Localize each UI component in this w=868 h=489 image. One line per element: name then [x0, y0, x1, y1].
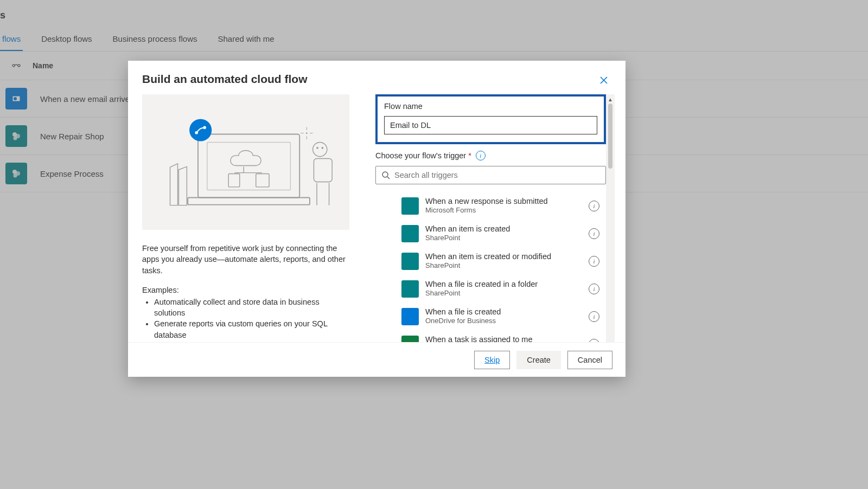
- sharepoint-icon: [401, 253, 419, 270]
- cancel-button[interactable]: Cancel: [567, 351, 612, 369]
- scroll-up-arrow-icon[interactable]: ▲: [608, 96, 613, 102]
- scrollbar[interactable]: ▲: [606, 94, 615, 342]
- svg-point-24: [316, 147, 318, 149]
- search-icon: [381, 171, 390, 179]
- flow-name-field-highlight: Flow name: [375, 94, 606, 144]
- svg-point-25: [322, 147, 324, 149]
- forms-icon: [401, 197, 419, 215]
- trigger-connector: SharePoint: [425, 234, 510, 243]
- svg-line-34: [387, 177, 390, 179]
- close-button[interactable]: [596, 73, 611, 88]
- planner-icon: [401, 336, 419, 342]
- svg-point-23: [313, 142, 327, 156]
- create-flow-modal: Build an automated cloud flow: [128, 61, 626, 377]
- svg-point-28: [306, 132, 308, 134]
- trigger-item[interactable]: When a file is created OneDrive for Busi…: [375, 303, 604, 330]
- trigger-connector: SharePoint: [425, 261, 551, 271]
- info-icon[interactable]: i: [589, 201, 599, 211]
- info-icon[interactable]: i: [589, 311, 599, 322]
- trigger-connector: Microsoft Forms: [425, 206, 548, 215]
- flow-name-input[interactable]: [384, 116, 597, 134]
- svg-rect-15: [256, 174, 269, 187]
- svg-rect-13: [207, 142, 291, 190]
- trigger-title: When a task is assigned to me: [425, 334, 532, 342]
- scroll-thumb[interactable]: [608, 104, 612, 169]
- trigger-title: When a new response is submitted: [425, 196, 548, 206]
- svg-point-33: [382, 172, 388, 177]
- skip-button[interactable]: Skip: [474, 351, 510, 369]
- info-icon[interactable]: i: [589, 339, 599, 342]
- example-item: Automatically collect and store data in …: [154, 297, 349, 319]
- modal-right-pane: Flow name Choose your flow's trigger * i: [362, 88, 626, 342]
- sharepoint-icon: [401, 225, 419, 242]
- example-item: Generate reports via custom queries on y…: [154, 318, 349, 340]
- trigger-label: Choose your flow's trigger *: [375, 151, 471, 160]
- trigger-search-input[interactable]: [394, 171, 600, 179]
- trigger-item[interactable]: When a task is assigned to me Planner i: [375, 330, 604, 342]
- illustration: [142, 94, 349, 230]
- info-icon[interactable]: i: [476, 151, 486, 160]
- trigger-title: When a file is created in a folder: [425, 279, 538, 289]
- trigger-item[interactable]: When an item is created or modified Shar…: [375, 247, 604, 275]
- svg-rect-22: [314, 158, 332, 182]
- info-icon[interactable]: i: [589, 284, 599, 294]
- info-icon[interactable]: i: [589, 228, 599, 239]
- examples-list: Automatically collect and store data in …: [142, 297, 349, 340]
- examples-label: Examples:: [142, 286, 349, 294]
- modal-left-pane: Free yourself from repetitive work just …: [128, 88, 362, 342]
- trigger-item[interactable]: When an item is created SharePoint i: [375, 220, 604, 247]
- trigger-item[interactable]: When a new response is submitted Microso…: [375, 192, 604, 220]
- svg-point-19: [189, 119, 212, 141]
- modal-footer: Skip Create Cancel: [128, 342, 626, 377]
- onedrive-icon: [401, 308, 419, 325]
- svg-rect-14: [228, 174, 240, 187]
- flow-name-label: Flow name: [384, 102, 597, 111]
- trigger-connector: OneDrive for Business: [425, 317, 501, 326]
- trigger-title: When an item is created: [425, 224, 510, 234]
- create-button[interactable]: Create: [516, 351, 561, 369]
- trigger-search-box[interactable]: [375, 166, 606, 184]
- trigger-title: When a file is created: [425, 307, 501, 317]
- info-icon[interactable]: i: [589, 256, 599, 267]
- trigger-connector: SharePoint: [425, 289, 538, 298]
- svg-rect-12: [188, 198, 310, 205]
- modal-title: Build an automated cloud flow: [142, 73, 308, 86]
- sharepoint-icon: [401, 280, 419, 298]
- modal-description: Free yourself from repetitive work just …: [142, 243, 349, 276]
- trigger-item[interactable]: When a file is created in a folder Share…: [375, 275, 604, 303]
- trigger-title: When an item is created or modified: [425, 252, 551, 261]
- trigger-list[interactable]: When a new response is submitted Microso…: [375, 192, 606, 342]
